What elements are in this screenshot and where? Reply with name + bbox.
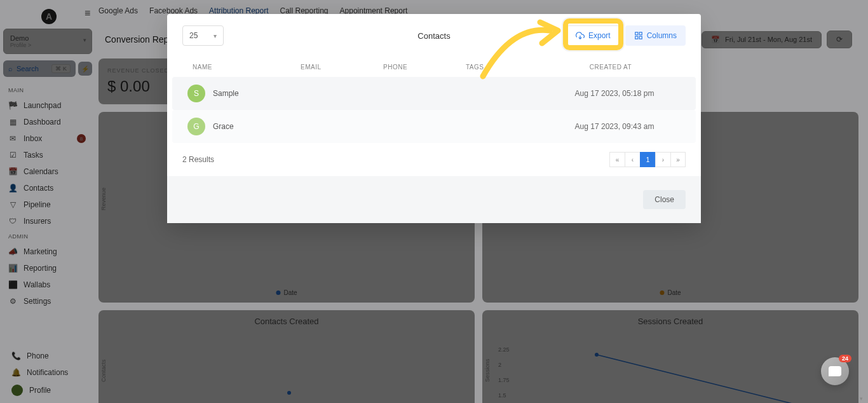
export-label: Export (588, 31, 611, 40)
contacts-modal: 25 Contacts Export Columns NAME EMAIL PH… (167, 14, 701, 223)
svg-rect-5 (635, 36, 637, 39)
col-header-phone[interactable]: PHONE (383, 64, 466, 71)
table-header-row: NAME EMAIL PHONE TAGS CREATED AT (167, 57, 701, 77)
table-row[interactable]: S Sample Aug 17 2023, 05:18 pm (172, 77, 696, 110)
col-header-tags[interactable]: TAGS (466, 64, 536, 71)
svg-rect-6 (639, 36, 642, 39)
page-1[interactable]: 1 (640, 152, 655, 167)
export-button[interactable]: Export (566, 25, 620, 46)
cloud-download-icon (576, 31, 585, 40)
cell-name: Sample (213, 89, 313, 98)
svg-rect-3 (635, 32, 637, 35)
chat-badge: 24 (839, 355, 851, 362)
page-size-value: 25 (189, 31, 198, 40)
table-row[interactable]: G Grace Aug 17 2023, 09:43 am (172, 110, 696, 143)
cell-created: Aug 17 2023, 09:43 am (548, 122, 681, 131)
close-button[interactable]: Close (643, 190, 686, 209)
columns-label: Columns (647, 31, 677, 40)
avatar: S (187, 85, 205, 102)
chat-button[interactable]: 24 (821, 357, 849, 385)
columns-button[interactable]: Columns (625, 25, 686, 46)
col-header-created[interactable]: CREATED AT (536, 64, 686, 71)
page-first[interactable]: « (609, 152, 625, 167)
modal-title: Contacts (417, 31, 450, 41)
cell-name: Grace (213, 122, 313, 131)
pagination: « ‹ 1 › » (609, 152, 686, 167)
avatar: G (187, 118, 205, 135)
table-body: S Sample Aug 17 2023, 05:18 pm G Grace A… (167, 77, 701, 143)
page-next[interactable]: › (655, 152, 670, 167)
col-header-name[interactable]: NAME (193, 64, 301, 71)
results-count: 2 Results (182, 155, 214, 164)
page-prev[interactable]: ‹ (625, 152, 640, 167)
svg-rect-4 (639, 32, 642, 35)
columns-icon (634, 31, 643, 40)
cell-created: Aug 17 2023, 05:18 pm (548, 89, 681, 98)
page-size-select[interactable]: 25 (182, 25, 224, 46)
page-last[interactable]: » (670, 152, 686, 167)
col-header-email[interactable]: EMAIL (301, 64, 383, 71)
scroll-indicator-icon: ▾ (860, 395, 863, 402)
